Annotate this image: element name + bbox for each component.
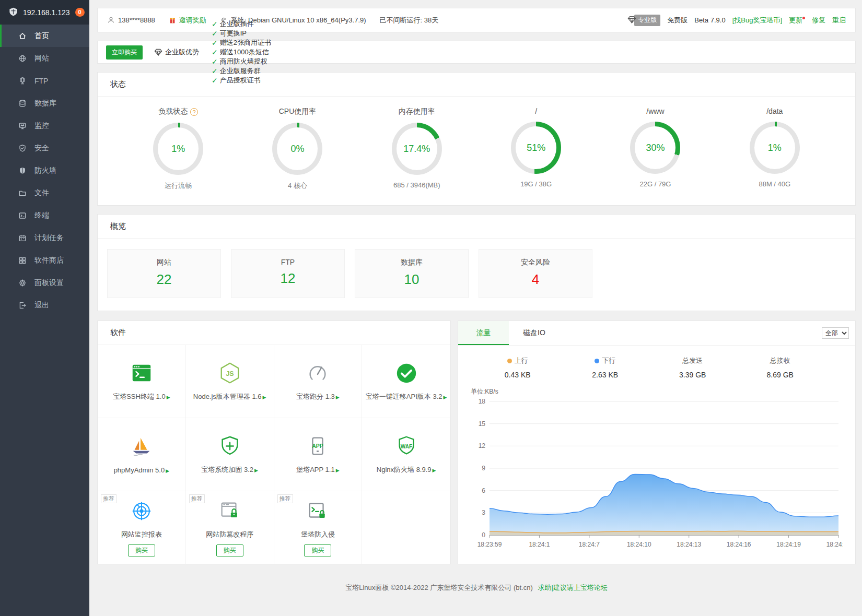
software-item[interactable]: APP 堡塔APP 1.1▶ xyxy=(274,418,363,491)
tab-disk-io[interactable]: 磁盘IO xyxy=(509,321,560,345)
bug-bounty-link[interactable]: [找Bug奖宝塔币] xyxy=(732,16,782,25)
buy-button[interactable]: 购买 xyxy=(128,544,155,556)
recommend-badge: 推荐 xyxy=(189,494,205,503)
software-name: phpMyAdmin 5.0▶ xyxy=(114,466,169,474)
update-link[interactable]: 更新 xyxy=(789,16,805,25)
waf-icon: WAF xyxy=(394,434,418,460)
enterprise-advantage-link[interactable]: 企业版优势 xyxy=(154,48,199,57)
footer: 宝塔Linux面板 ©2014-2022 广东堡塔安全技术有限公司 (bt.cn… xyxy=(97,583,856,593)
traffic-filter: 全部 xyxy=(822,327,849,339)
traffic-chart-area: 单位:KB/s 036912151818:23:5918:24:118:24:7… xyxy=(458,379,855,554)
sidebar-item-settings[interactable]: 面板设置 xyxy=(0,271,89,294)
check-icon: ✓ xyxy=(212,29,218,38)
software-item[interactable]: 宝塔系统加固 3.2▶ xyxy=(186,418,274,491)
database-icon xyxy=(18,99,28,108)
overview-card-安全风险[interactable]: 安全风险 4 xyxy=(479,249,592,298)
promo-feature[interactable]: ✓企业版服务群 xyxy=(212,66,271,76)
gear-icon xyxy=(18,279,28,287)
sidebar-item-logout[interactable]: 退出 xyxy=(0,294,89,316)
repair-link[interactable]: 修复 xyxy=(812,16,825,25)
sidebar-item-home[interactable]: 首页 xyxy=(0,25,89,47)
overview-card-网站[interactable]: 网站 22 xyxy=(107,249,221,298)
check-icon: ✓ xyxy=(212,67,218,75)
gauge-ring: 0% xyxy=(272,123,322,175)
overview-card-数据库[interactable]: 数据库 10 xyxy=(355,249,469,298)
sidebar-item-security[interactable]: 安全 xyxy=(0,137,89,159)
software-name: Node.js版本管理器 1.6▶ xyxy=(193,392,266,401)
promo-feature[interactable]: ✓商用防火墙授权 xyxy=(212,57,271,66)
security-icon xyxy=(18,144,28,152)
sidebar-item-database[interactable]: 数据库 xyxy=(0,92,89,114)
user-account[interactable]: 138****8888 xyxy=(107,16,155,24)
tab-traffic[interactable]: 流量 xyxy=(458,321,509,345)
upstream-dot-icon xyxy=(507,359,512,363)
promo-feature[interactable]: ✓企业版插件 xyxy=(212,19,271,29)
software-item[interactable]: 推荐 网站监控报表购买 xyxy=(98,491,186,564)
svg-text:18:24:23: 18:24:23 xyxy=(826,541,843,548)
overview-card-FTP[interactable]: FTP 12 xyxy=(231,249,345,298)
gauge-value: 1% xyxy=(768,143,782,153)
svg-text:9: 9 xyxy=(482,465,485,472)
gauge-/data: /data 1% 88M / 40G xyxy=(723,107,827,191)
total-received-value: 8.69 GB xyxy=(737,371,824,379)
gauge-内存使用率: 内存使用率 17.4% 685 / 3946(MB) xyxy=(365,107,469,191)
software-item[interactable]: 宝塔一键迁移API版本 3.2▶ xyxy=(362,345,450,418)
benchmark-icon xyxy=(306,361,330,387)
sidebar-item-files[interactable]: 文件 xyxy=(0,182,89,204)
gauge-ring: 17.4% xyxy=(392,123,442,175)
sidebar-item-label: 计划任务 xyxy=(34,233,64,243)
svg-text:18:24:16: 18:24:16 xyxy=(727,541,751,548)
footer-forum-link[interactable]: 求助|建议请上宝塔论坛 xyxy=(538,584,607,591)
sidebar-item-appstore[interactable]: 软件商店 xyxy=(0,249,89,271)
play-icon: ▶ xyxy=(254,468,258,473)
software-item[interactable]: 推荐 堡塔防入侵购买 xyxy=(274,491,363,564)
sidebar-item-label: 首页 xyxy=(34,31,49,41)
restart-link[interactable]: 重启 xyxy=(832,16,846,25)
nodejs-icon: JS xyxy=(218,361,242,387)
sidebar-item-firewall[interactable]: 防火墙 xyxy=(0,159,89,182)
gauge-label: 负载状态? xyxy=(158,107,198,116)
software-item[interactable]: WAF Nginx防火墙 8.9.9▶ xyxy=(362,418,450,491)
software-item[interactable]: 宝塔跑分 1.3▶ xyxy=(274,345,363,418)
promo-feature[interactable]: ✓可更换IP xyxy=(212,29,271,38)
software-item[interactable]: phpMyAdmin 5.0▶ xyxy=(98,418,186,491)
bottom-row: 软件 宝塔SSH终端 1.0▶ JS Node.js版本管理器 1.6▶ 宝塔跑… xyxy=(97,321,856,564)
play-icon: ▶ xyxy=(443,395,447,400)
traffic-range-select[interactable]: 全部 xyxy=(822,327,849,339)
sidebar-item-monitor[interactable]: 监控 xyxy=(0,114,89,137)
buy-now-button[interactable]: 立即购买 xyxy=(106,45,143,60)
overview-cards: 网站 22 FTP 12 数据库 10 安全风险 4 xyxy=(98,239,855,311)
shield-logo-icon xyxy=(8,7,18,18)
gauge-/: / 51% 19G / 38G xyxy=(484,107,588,191)
overview-value: 22 xyxy=(108,271,220,288)
sidebar-item-sites[interactable]: 网站 xyxy=(0,47,89,69)
software-item[interactable]: JS Node.js版本管理器 1.6▶ xyxy=(186,345,274,418)
software-name: 宝塔一键迁移API版本 3.2▶ xyxy=(366,392,447,401)
gauge-value: 0% xyxy=(290,144,304,155)
tamper-icon xyxy=(218,499,242,525)
stat-downstream: 下行 2.63 KB xyxy=(562,356,649,379)
svg-text:18:24:19: 18:24:19 xyxy=(776,541,801,548)
promo-feature[interactable]: ✓赠送1000条短信 xyxy=(212,48,271,57)
promo-features: ✓企业版插件 ✓可更换IP ✓赠送2张商用证书 ✓赠送1000条短信 ✓商用防火… xyxy=(199,19,271,85)
message-count-badge[interactable]: 0 xyxy=(75,8,85,17)
play-icon: ▶ xyxy=(336,395,340,400)
software-item[interactable]: 推荐 网站防篡改程序购买 xyxy=(186,491,274,564)
terminal-icon xyxy=(18,211,28,220)
sidebar-item-ftp[interactable]: FTP xyxy=(0,69,89,92)
promo-feature[interactable]: ✓赠送2张商用证书 xyxy=(212,38,271,48)
check-icon: ✓ xyxy=(212,39,218,47)
software-name: 堡塔防入侵 xyxy=(301,530,335,539)
software-item[interactable]: 宝塔SSH终端 1.0▶ xyxy=(98,345,186,418)
sidebar-item-terminal[interactable]: 终端 xyxy=(0,204,89,227)
downstream-value: 2.63 KB xyxy=(562,371,649,379)
buy-button[interactable]: 购买 xyxy=(216,544,243,556)
sidebar-item-cron[interactable]: 计划任务 xyxy=(0,227,89,249)
overview-title: 概览 xyxy=(98,215,855,239)
sidebar-item-label: 安全 xyxy=(34,144,49,153)
promo-feature[interactable]: ✓产品授权证书 xyxy=(212,76,271,85)
help-icon[interactable]: ? xyxy=(190,108,198,116)
topbar-right: 专业版 免费版 Beta 7.9.0 [找Bug奖宝塔币] 更新 修复 重启 xyxy=(621,15,846,26)
pro-version-badge[interactable]: 专业版 xyxy=(627,15,660,26)
buy-button[interactable]: 购买 xyxy=(304,544,331,556)
